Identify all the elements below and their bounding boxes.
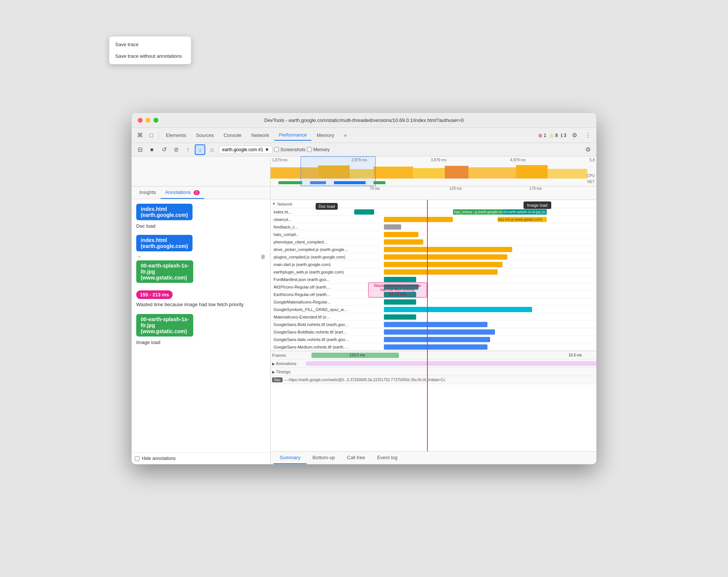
tab-sources[interactable]: Sources [191,130,218,140]
tab-bottom-up[interactable]: Bottom-up [307,452,341,464]
svg-rect-9 [278,181,302,184]
screenshots-checkbox[interactable] [274,147,279,152]
minimize-button[interactable] [146,118,150,123]
bar-3 [384,232,418,237]
animations-bar [306,361,596,366]
row-bar-area-13 [349,306,596,313]
frames-row: Frames 133.5 ms 16.6 ms [271,351,596,359]
nav-badge: Nav [272,377,283,382]
reload-icon[interactable]: ↺ [159,144,169,155]
error-badge-blue[interactable]: ℹ 3 [561,132,566,138]
bar-2 [384,224,401,230]
home-icon[interactable]: ⌂ [207,144,217,155]
inspect-icon[interactable]: ⌘ [135,130,145,141]
toolbar-settings-icon[interactable]: ⚙ [583,144,593,155]
bar-logo: logo_lookup...g (earth.google.com) [453,209,507,215]
nav-url: — https://earth.google.com/web/@0...0.37… [284,378,445,382]
row-label-7: main.dart.js (earth.google.com) [271,262,349,267]
row-bar-area-7 [349,261,596,268]
main-toolbar: ⌘ □ Elements Sources Console Network Per… [132,128,596,143]
timeline-detail-ruler: 79 ms 129 ms 179 ms [271,186,596,200]
timeline-selection[interactable] [301,156,376,186]
row-label-0: index.ht... [271,210,349,214]
more-options-icon[interactable]: ⋮ [583,130,593,141]
error-badge-yellow[interactable]: ⚠ 8 [549,132,558,138]
bottom-tabs: Summary Bottom-up Call tree Event log [271,452,596,464]
waterfall-row-1: clearcut... lazy.min.js (www.gstatic.com… [271,216,596,223]
bar-15 [384,322,487,327]
timings-expand[interactable]: ▶ [272,370,275,374]
wasted-line2: had low fetch priority [370,288,425,292]
url-selector[interactable]: earth.google.com #1 ▼ [219,146,272,154]
svg-rect-8 [548,169,588,179]
device-icon[interactable]: □ [146,130,156,141]
tab-elements[interactable]: Elements [161,130,191,140]
delete-icon[interactable]: 🗑 [260,254,266,260]
record-icon[interactable]: ⏺ [147,144,157,155]
bar-16 [384,329,495,335]
url-label: earth.google.com #1 [222,147,263,152]
bar-lazy: lazy.min.js (www.gstatic.com) [498,217,547,222]
timings-bar-area [306,368,596,376]
animations-expand[interactable]: ▶ [272,362,275,366]
waterfall-row-7: main.dart.js (earth.google.com) [271,261,596,268]
svg-rect-3 [373,167,413,179]
tab-more[interactable]: » [340,130,351,140]
memory-checkbox[interactable] [307,147,312,152]
annotation-card-2: index.html (earth.google.com) → 🗑 00-ear… [136,235,266,284]
net-label: NET [587,180,595,184]
arrow-row: → 🗑 [136,253,266,260]
settings-icon[interactable]: ⚙ [569,130,580,141]
tab-insights[interactable]: Insights [135,186,161,199]
waterfall-row-10: All1PIcons-Regular.otf (earth.... [271,283,596,291]
detail-tick-1: 79 ms [370,186,380,191]
overview-timeline: 1,879 ms 2,879 ms 3,879 ms 4,879 ms 5,8 [132,156,596,186]
wasted-time-annotation: Wasted time because image had low fetch … [368,282,427,298]
image-load-tooltip: Image load [523,201,551,209]
network-expand-arrow[interactable]: ▼ [272,202,276,206]
tab-memory[interactable]: Memory [312,130,339,140]
tab-event-log[interactable]: Event log [371,452,403,464]
overview-right: 1,879 ms 2,879 ms 3,879 ms 4,879 ms 5,8 [271,156,596,186]
row-label-14: MaterialIcons-Extended.ttf (e... [271,315,349,319]
tab-summary[interactable]: Summary [274,452,307,464]
sidebar-content: index.html (earth.google.com) Doc load i… [132,199,270,452]
error-badge-red[interactable]: ⊗ 1 [538,132,546,138]
main-body: Insights Annotations 0 index.html (earth… [132,186,596,464]
upload-icon[interactable]: ↑ [183,144,193,155]
waterfall-row-11: EarthIcons-Regular.otf (earth... [271,291,596,298]
wasted-text: Wasted time because image had low fetch … [136,301,266,308]
download-icon[interactable]: ↓ [195,144,205,155]
hide-annotations-checkbox[interactable] [135,456,140,461]
timings-label: Timings [276,370,290,374]
tab-call-tree[interactable]: Call tree [341,452,371,464]
waterfall-container: index.ht... logo_lookup...g (earth.googl… [271,208,596,351]
annotations-count: 0 [194,190,200,195]
memory-checkbox-group: Memory [307,147,329,152]
bar-7 [384,262,502,267]
row-label-16: GoogleSans-BoldItalic.nohints.ttf (earth… [271,330,349,334]
clear-icon[interactable]: ⊘ [171,144,181,155]
hide-annotations-label: Hide annotations [142,456,176,461]
close-button[interactable] [138,118,143,123]
time-range-badge: 155 - 213 ms [136,290,173,299]
animations-label: Animations [276,361,296,366]
tab-network[interactable]: Network [247,130,274,140]
panel-left-icon[interactable]: ⊟ [135,144,145,155]
row-bar-area-9 [349,276,596,283]
tab-annotations[interactable]: Annotations 0 [161,186,204,199]
row-label-1: clearcut... [271,217,349,222]
ruler-tick-1: 1,879 ms [272,158,287,162]
wasted-line1: Wasted time because image [370,284,425,288]
annotation-title-1: Doc load [136,223,266,229]
tab-performance[interactable]: Performance [274,130,311,141]
ruler-tick-3: 3,879 ms [431,158,446,162]
row-label-18: GoogleSans-Medium.nohints.ttf (earth.goo… [271,345,349,349]
maximize-button[interactable] [153,118,158,123]
waterfall-row-3: hats_compil... [271,231,596,238]
tab-console[interactable]: Console [219,130,246,140]
hide-annotations-row: Hide annotations [132,452,270,464]
bar-1 [384,217,453,222]
network-label: Network [277,202,292,206]
timeline-area[interactable]: Doc load Image load ▼ Network index.ht..… [271,200,596,451]
